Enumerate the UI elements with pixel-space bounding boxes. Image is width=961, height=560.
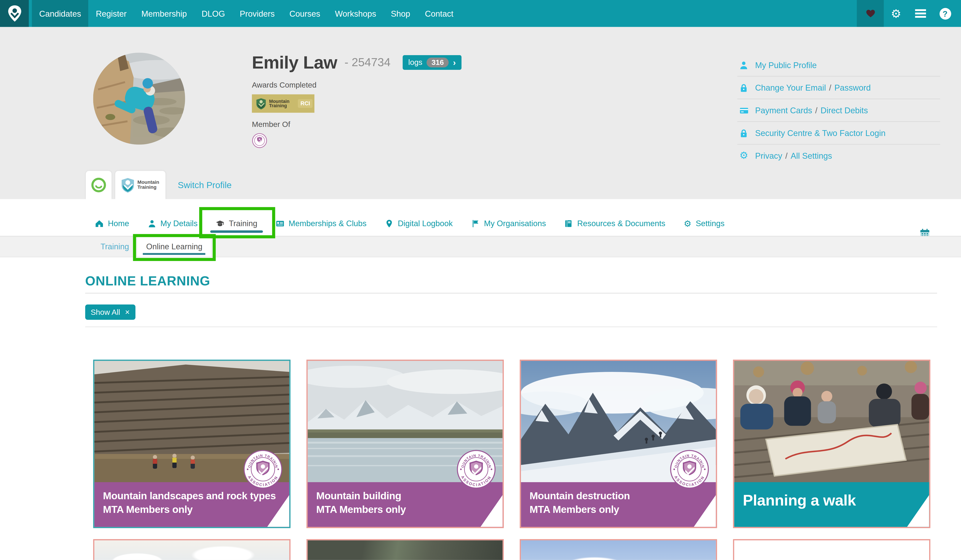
subtab-label: Training bbox=[101, 242, 129, 251]
card-subtitle: MTA Members only bbox=[529, 502, 716, 516]
award-badge-rci: Mountain Training RCI bbox=[252, 94, 315, 113]
tab-digital-logbook[interactable]: Digital Logbook bbox=[376, 212, 462, 236]
link-security-centre[interactable]: Security Centre & Two Factor Login bbox=[738, 122, 940, 144]
course-card-mountain-destruction[interactable]: MOUNTAIN TRAINING ASSOCIATION Mountain d… bbox=[520, 359, 717, 528]
green-circle-logo-icon bbox=[91, 177, 107, 193]
link-text[interactable]: Payment Cards bbox=[755, 106, 812, 115]
award-code: RCI bbox=[298, 99, 313, 108]
logs-badge[interactable]: logs 316 › bbox=[403, 55, 461, 70]
link-privacy-settings[interactable]: ⚙ Privacy/All Settings bbox=[738, 144, 940, 167]
card-title: Mountain building bbox=[316, 489, 503, 502]
tab-settings[interactable]: ⚙ Settings bbox=[675, 212, 734, 236]
filter-chip-show-all[interactable]: Show All × bbox=[85, 305, 135, 320]
link-change-email-password[interactable]: Change Your Email/Password bbox=[738, 77, 940, 99]
nav-item-workshops[interactable]: Workshops bbox=[328, 0, 384, 27]
link-text[interactable]: Privacy bbox=[755, 151, 782, 160]
course-card-partial[interactable] bbox=[93, 539, 291, 560]
org-tab-candidate[interactable] bbox=[86, 171, 112, 199]
course-card-mountain-landscapes[interactable]: MOUNTAIN TRAINING ASSOCIATION Mountain l… bbox=[93, 359, 291, 528]
avatar-climber-photo bbox=[93, 53, 185, 144]
tab-my-organisations[interactable]: My Organisations bbox=[462, 212, 555, 236]
course-card-grid-row2 bbox=[93, 539, 930, 560]
mta-association-seal: MOUNTAIN TRAINING ASSOCIATION bbox=[456, 450, 496, 489]
link-text[interactable]: Password bbox=[834, 83, 871, 93]
tab-training[interactable]: Training bbox=[207, 212, 267, 236]
question-icon: ? bbox=[939, 8, 951, 19]
card-title: Mountain landscapes and rock types bbox=[103, 489, 289, 502]
organisation-switcher: Mountain Training Switch Profile bbox=[86, 171, 231, 199]
blank-image bbox=[734, 540, 929, 560]
switch-profile-link[interactable]: Switch Profile bbox=[178, 180, 231, 190]
nav-item-courses[interactable]: Courses bbox=[282, 0, 328, 27]
mt-shield-blue-icon bbox=[122, 177, 135, 193]
awards-completed-label: Awards Completed bbox=[252, 81, 461, 90]
tab-resources-documents[interactable]: Resources & Documents bbox=[555, 212, 675, 236]
account-links: My Public Profile Change Your Email/Pass… bbox=[738, 54, 940, 167]
nav-item-membership[interactable]: Membership bbox=[134, 0, 194, 27]
tab-label: Memberships & Clubs bbox=[289, 219, 366, 228]
nav-item-dlog[interactable]: DLOG bbox=[194, 0, 232, 27]
mta-member-seal bbox=[252, 133, 267, 148]
link-payment-cards-direct-debits[interactable]: Payment Cards/Direct Debits bbox=[738, 99, 940, 122]
link-text[interactable]: Direct Debits bbox=[821, 106, 868, 115]
nav-item-register[interactable]: Register bbox=[88, 0, 134, 27]
tab-label: Home bbox=[108, 219, 129, 228]
active-subtab-underline bbox=[143, 253, 206, 255]
user-icon bbox=[148, 219, 156, 228]
card-title: Planning a walk bbox=[743, 491, 929, 508]
close-icon[interactable]: × bbox=[125, 308, 130, 316]
subtab-online-learning[interactable]: Online Learning bbox=[138, 236, 211, 257]
caption-notch bbox=[480, 495, 503, 527]
id-card-icon bbox=[276, 219, 284, 228]
nav-item-providers[interactable]: Providers bbox=[232, 0, 282, 27]
hamburger-icon bbox=[915, 9, 926, 18]
tab-home[interactable]: Home bbox=[86, 212, 138, 236]
org-tab-mountain-training[interactable]: Mountain Training bbox=[115, 171, 166, 199]
link-text[interactable]: All Settings bbox=[791, 151, 832, 160]
card-subtitle: MTA Members only bbox=[103, 502, 289, 516]
course-card-planning-a-walk[interactable]: Planning a walk bbox=[733, 359, 930, 528]
course-card-partial[interactable] bbox=[733, 539, 930, 560]
nav-item-shop[interactable]: Shop bbox=[384, 0, 418, 27]
tab-label: My Organisations bbox=[484, 219, 546, 228]
main-content: Home My Details Training Memberships & C… bbox=[0, 199, 961, 560]
caption-notch bbox=[267, 495, 289, 527]
brand-logo[interactable] bbox=[0, 0, 29, 27]
tab-label: Training bbox=[229, 219, 257, 228]
nav-item-contact[interactable]: Contact bbox=[418, 0, 461, 27]
award-brand-line2: Training bbox=[269, 103, 287, 109]
course-card-partial[interactable] bbox=[520, 539, 717, 560]
card-subtitle: MTA Members only bbox=[316, 502, 503, 516]
logs-label: logs bbox=[408, 58, 423, 67]
subtab-label: Online Learning bbox=[146, 242, 202, 251]
favourites-button[interactable] bbox=[857, 0, 884, 27]
separator: / bbox=[785, 151, 788, 160]
nav-right-icons: ⚙ ? bbox=[857, 0, 957, 27]
profile-hero: Emily Law - 254734 logs 316 › Awards Com… bbox=[0, 27, 961, 199]
nav-item-candidates[interactable]: Candidates bbox=[32, 0, 88, 27]
top-navbar: Candidates Register Membership DLOG Prov… bbox=[0, 0, 961, 27]
link-text[interactable]: Change Your Email bbox=[755, 83, 826, 93]
lock-icon bbox=[738, 82, 749, 93]
course-card-partial[interactable] bbox=[307, 539, 504, 560]
subtab-training[interactable]: Training bbox=[92, 236, 138, 257]
menu-button[interactable] bbox=[908, 0, 933, 27]
tab-my-details[interactable]: My Details bbox=[138, 212, 207, 236]
graduation-cap-icon bbox=[216, 219, 225, 228]
mta-association-seal: MOUNTAIN TRAINING ASSOCIATION bbox=[670, 450, 709, 489]
nav-menu: Candidates Register Membership DLOG Prov… bbox=[32, 0, 461, 27]
link-my-public-profile[interactable]: My Public Profile bbox=[738, 54, 940, 77]
link-text[interactable]: Security Centre & Two Factor Login bbox=[755, 128, 885, 138]
active-tab-underline bbox=[211, 230, 263, 233]
course-card-mountain-building[interactable]: MOUNTAIN TRAINING ASSOCIATION Mountain b… bbox=[307, 359, 504, 528]
settings-button[interactable]: ⚙ bbox=[884, 0, 908, 27]
help-button[interactable]: ? bbox=[933, 0, 957, 27]
tab-memberships-clubs[interactable]: Memberships & Clubs bbox=[267, 212, 376, 236]
org-brand-line1: Mountain bbox=[137, 179, 159, 185]
credit-card-icon bbox=[738, 105, 749, 116]
tab-label: Digital Logbook bbox=[398, 219, 453, 228]
profile-tab-bar: Home My Details Training Memberships & C… bbox=[0, 212, 961, 236]
page: Candidates Register Membership DLOG Prov… bbox=[0, 0, 961, 560]
course-card-grid: MOUNTAIN TRAINING ASSOCIATION Mountain l… bbox=[93, 359, 930, 528]
link-text[interactable]: My Public Profile bbox=[755, 61, 817, 70]
